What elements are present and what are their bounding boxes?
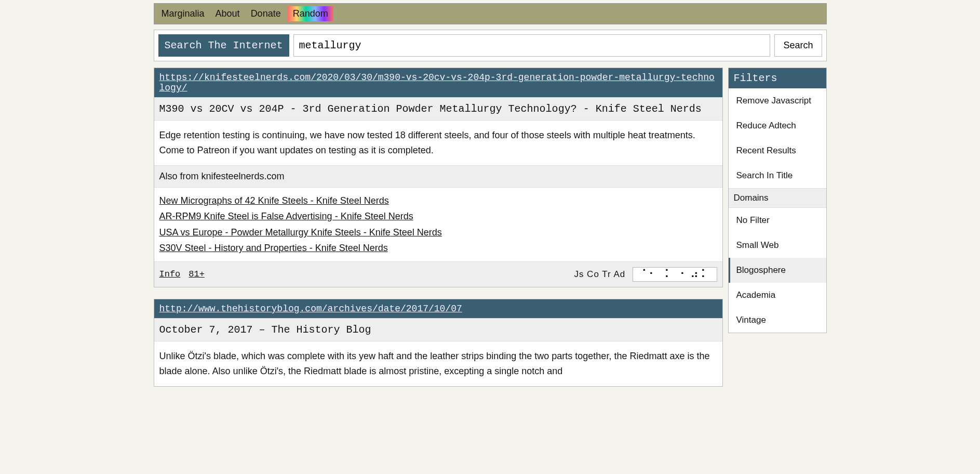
nav-about[interactable]: About — [211, 6, 244, 21]
sidebar: Filters Remove Javascript Reduce Adtech … — [728, 68, 827, 333]
also-link[interactable]: USA vs Europe - Powder Metallurgy Knife … — [159, 225, 717, 241]
filter-remove-javascript[interactable]: Remove Javascript — [729, 88, 826, 113]
result-card: https://knifesteelnerds.com/2020/03/30/m… — [154, 68, 723, 287]
top-nav: Marginalia About Donate Random — [154, 3, 827, 24]
result-url-link[interactable]: https://knifesteelnerds.com/2020/03/30/m… — [159, 72, 715, 93]
domain-vintage[interactable]: Vintage — [729, 308, 826, 333]
also-from-links: New Micrographs of 42 Knife Steels - Kni… — [154, 188, 722, 261]
domain-academia[interactable]: Academia — [729, 283, 826, 308]
domain-no-filter[interactable]: No Filter — [729, 208, 826, 233]
result-tags: Js Co Tr Ad — [574, 269, 625, 280]
filter-reduce-adtech[interactable]: Reduce Adtech — [729, 113, 826, 138]
result-description: Unlike Ötzi's blade, which was complete … — [154, 341, 722, 386]
also-from-header: Also from knifesteelnerds.com — [154, 165, 722, 188]
result-url: http://www.thehistoryblog.com/archives/d… — [154, 299, 722, 318]
nav-donate[interactable]: Donate — [247, 6, 285, 21]
domain-small-web[interactable]: Small Web — [729, 233, 826, 258]
result-title: M390 vs 20CV vs 204P - 3rd Generation Po… — [154, 97, 722, 121]
also-link[interactable]: AR-RPM9 Knife Steel is False Advertising… — [159, 208, 717, 225]
result-card: http://www.thehistoryblog.com/archives/d… — [154, 299, 723, 387]
result-title: October 7, 2017 – The History Blog — [154, 318, 722, 341]
result-count-link[interactable]: 81+ — [189, 269, 205, 279]
domain-blogosphere[interactable]: Blogosphere — [729, 258, 826, 283]
result-url: https://knifesteelnerds.com/2020/03/30/m… — [154, 68, 722, 97]
search-bar: Search The Internet Search — [154, 30, 827, 61]
filter-search-in-title[interactable]: Search In Title — [729, 163, 826, 188]
nav-random[interactable]: Random — [288, 6, 333, 21]
search-input[interactable] — [293, 34, 771, 57]
also-link[interactable]: New Micrographs of 42 Knife Steels - Kni… — [159, 193, 717, 209]
filter-recent-results[interactable]: Recent Results — [729, 138, 826, 163]
search-button[interactable]: Search — [774, 34, 822, 57]
results-column: https://knifesteelnerds.com/2020/03/30/m… — [154, 68, 723, 398]
result-description: Edge retention testing is continuing, we… — [154, 121, 722, 165]
filters-header: Filters — [729, 68, 826, 88]
also-link[interactable]: S30V Steel - History and Properties - Kn… — [159, 240, 717, 256]
search-label: Search The Internet — [158, 34, 289, 57]
nav-brand[interactable]: Marginalia — [157, 6, 209, 21]
result-meta: Info 81+ Js Co Tr Ad ⠈⠂ ⠅ ⠂⠴⠅ — [154, 261, 722, 287]
domains-header: Domains — [729, 188, 826, 208]
result-url-link[interactable]: http://www.thehistoryblog.com/archives/d… — [159, 304, 462, 314]
result-braille-indicator: ⠈⠂ ⠅ ⠂⠴⠅ — [633, 267, 717, 282]
result-info-link[interactable]: Info — [159, 269, 181, 279]
